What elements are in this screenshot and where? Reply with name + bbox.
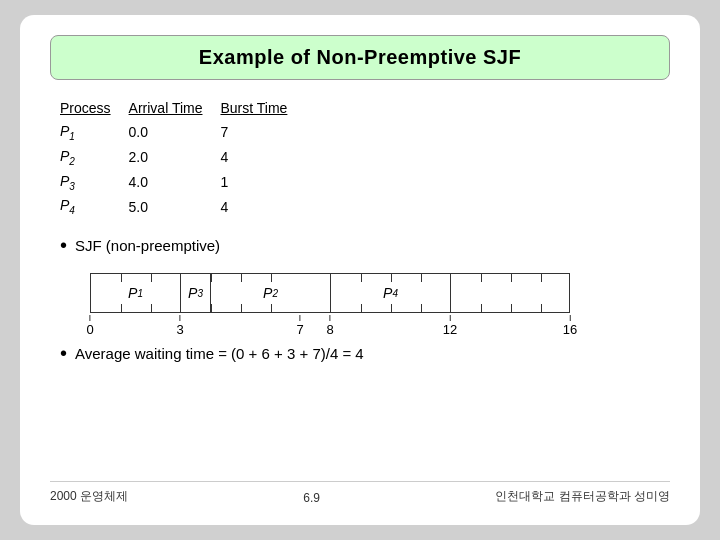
gantt-tick-label: 12 bbox=[443, 315, 457, 337]
bullet2-text: Average waiting time = (0 + 6 + 3 + 7)/4… bbox=[75, 345, 364, 362]
burst-cell: 7 bbox=[220, 120, 305, 145]
footer: 2000 운영체제 6.9 인천대학교 컴퓨터공학과 성미영 bbox=[50, 481, 670, 505]
table-section: Process Arrival Time Burst Time P10.07P2… bbox=[60, 98, 670, 219]
content-area: Process Arrival Time Burst Time P10.07P2… bbox=[50, 98, 670, 481]
gantt-ticks: 03781216 bbox=[90, 315, 570, 333]
gantt-section: P1P3P2P4 03781216 bbox=[90, 273, 670, 333]
table-row: P22.04 bbox=[60, 145, 305, 170]
burst-cell: 4 bbox=[220, 194, 305, 219]
arrival-cell: 0.0 bbox=[129, 120, 221, 145]
arrival-cell: 2.0 bbox=[129, 145, 221, 170]
table-row: P34.01 bbox=[60, 170, 305, 195]
col3-header: Burst Time bbox=[220, 98, 305, 120]
burst-cell: 1 bbox=[220, 170, 305, 195]
gantt-chart: P1P3P2P4 03781216 bbox=[90, 273, 670, 333]
gantt-tick-label: 3 bbox=[176, 315, 183, 337]
gantt-tick-label: 0 bbox=[86, 315, 93, 337]
slide-title: Example of Non-Preemptive SJF bbox=[50, 35, 670, 80]
gantt-cell: P1 bbox=[91, 274, 181, 312]
arrival-cell: 4.0 bbox=[129, 170, 221, 195]
bullet2-section: • Average waiting time = (0 + 6 + 3 + 7)… bbox=[60, 343, 670, 363]
arrival-cell: 5.0 bbox=[129, 194, 221, 219]
table-row: P45.04 bbox=[60, 194, 305, 219]
bullet2-icon: • bbox=[60, 343, 67, 363]
gantt-tick-label: 7 bbox=[296, 315, 303, 337]
gantt-cell: P3 bbox=[181, 274, 211, 312]
bullet1-text: SJF (non-preemptive) bbox=[75, 237, 220, 254]
process-cell: P2 bbox=[60, 145, 129, 170]
bullet1-icon: • bbox=[60, 235, 67, 255]
bullet1-section: • SJF (non-preemptive) bbox=[60, 235, 670, 255]
gantt-tick-label: 8 bbox=[326, 315, 333, 337]
footer-right: 인천대학교 컴퓨터공학과 성미영 bbox=[495, 488, 670, 505]
footer-left: 2000 운영체제 bbox=[50, 488, 128, 505]
col2-header: Arrival Time bbox=[129, 98, 221, 120]
process-table: Process Arrival Time Burst Time P10.07P2… bbox=[60, 98, 305, 219]
process-cell: P1 bbox=[60, 120, 129, 145]
slide: Example of Non-Preemptive SJF Process Ar… bbox=[20, 15, 700, 525]
burst-cell: 4 bbox=[220, 145, 305, 170]
gantt-row: P1P3P2P4 bbox=[90, 273, 570, 313]
table-row: P10.07 bbox=[60, 120, 305, 145]
process-cell: P4 bbox=[60, 194, 129, 219]
gantt-tick-label: 16 bbox=[563, 315, 577, 337]
footer-center: 6.9 bbox=[303, 491, 320, 505]
process-cell: P3 bbox=[60, 170, 129, 195]
col1-header: Process bbox=[60, 98, 129, 120]
